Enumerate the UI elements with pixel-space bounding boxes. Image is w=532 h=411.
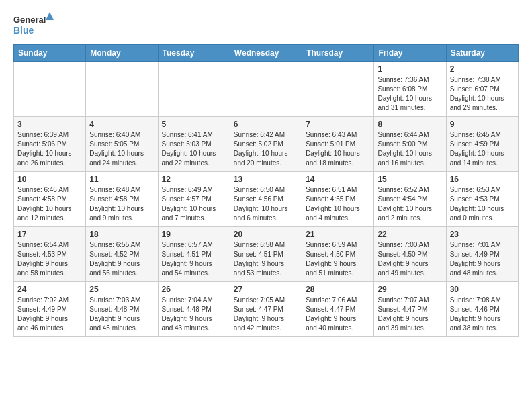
- calendar-week-row: 10Sunrise: 6:46 AM Sunset: 4:58 PM Dayli…: [14, 172, 519, 227]
- day-of-week-header: Wednesday: [230, 45, 302, 62]
- day-number: 10: [17, 175, 82, 184]
- cell-info: Sunrise: 6:41 AM Sunset: 5:03 PM Dayligh…: [162, 130, 226, 168]
- cell-info: Sunrise: 6:55 AM Sunset: 4:52 PM Dayligh…: [89, 240, 154, 278]
- cell-info: Sunrise: 7:01 AM Sunset: 4:49 PM Dayligh…: [450, 240, 515, 278]
- day-number: 11: [89, 175, 154, 184]
- day-header-row: SundayMondayTuesdayWednesdayThursdayFrid…: [14, 45, 519, 62]
- cell-info: Sunrise: 6:42 AM Sunset: 5:02 PM Dayligh…: [234, 130, 298, 168]
- cell-info: Sunrise: 6:39 AM Sunset: 5:06 PM Dayligh…: [17, 130, 82, 168]
- calendar-cell: [86, 62, 158, 117]
- cell-info: Sunrise: 6:45 AM Sunset: 4:59 PM Dayligh…: [450, 130, 515, 168]
- day-number: 14: [306, 175, 370, 184]
- cell-info: Sunrise: 7:03 AM Sunset: 4:48 PM Dayligh…: [89, 295, 154, 333]
- cell-info: Sunrise: 6:51 AM Sunset: 4:55 PM Dayligh…: [306, 185, 370, 223]
- calendar-cell: 23Sunrise: 7:01 AM Sunset: 4:49 PM Dayli…: [446, 227, 518, 282]
- cell-info: Sunrise: 7:06 AM Sunset: 4:47 PM Dayligh…: [306, 295, 370, 333]
- calendar-cell: 2Sunrise: 7:38 AM Sunset: 6:07 PM Daylig…: [446, 62, 518, 117]
- cell-info: Sunrise: 6:40 AM Sunset: 5:05 PM Dayligh…: [89, 130, 154, 168]
- day-number: 9: [450, 120, 515, 129]
- calendar-cell: 5Sunrise: 6:41 AM Sunset: 5:03 PM Daylig…: [158, 117, 230, 172]
- calendar-cell: [158, 62, 230, 117]
- header: General Blue: [13, 11, 519, 38]
- calendar-cell: 19Sunrise: 6:57 AM Sunset: 4:51 PM Dayli…: [158, 227, 230, 282]
- calendar-cell: [302, 62, 374, 117]
- calendar-cell: [14, 62, 86, 117]
- day-number: 4: [89, 120, 154, 129]
- cell-info: Sunrise: 6:53 AM Sunset: 4:53 PM Dayligh…: [450, 185, 515, 223]
- cell-info: Sunrise: 7:36 AM Sunset: 6:08 PM Dayligh…: [378, 75, 442, 113]
- cell-info: Sunrise: 6:49 AM Sunset: 4:57 PM Dayligh…: [162, 185, 226, 223]
- day-number: 6: [234, 120, 298, 129]
- calendar-week-row: 1Sunrise: 7:36 AM Sunset: 6:08 PM Daylig…: [14, 62, 519, 117]
- day-number: 13: [234, 175, 298, 184]
- day-number: 18: [89, 230, 154, 239]
- cell-info: Sunrise: 7:02 AM Sunset: 4:49 PM Dayligh…: [17, 295, 82, 333]
- calendar-cell: 13Sunrise: 6:50 AM Sunset: 4:56 PM Dayli…: [230, 172, 302, 227]
- calendar-cell: 18Sunrise: 6:55 AM Sunset: 4:52 PM Dayli…: [86, 227, 158, 282]
- day-number: 27: [234, 285, 298, 294]
- cell-info: Sunrise: 6:43 AM Sunset: 5:01 PM Dayligh…: [306, 130, 370, 168]
- calendar-body: 1Sunrise: 7:36 AM Sunset: 6:08 PM Daylig…: [14, 62, 519, 337]
- logo: General Blue: [13, 11, 54, 38]
- svg-text:General: General: [13, 15, 46, 25]
- day-of-week-header: Tuesday: [158, 45, 230, 62]
- cell-info: Sunrise: 6:59 AM Sunset: 4:50 PM Dayligh…: [306, 240, 370, 278]
- calendar-cell: 10Sunrise: 6:46 AM Sunset: 4:58 PM Dayli…: [14, 172, 86, 227]
- svg-text:Blue: Blue: [13, 25, 34, 36]
- calendar-cell: 11Sunrise: 6:48 AM Sunset: 4:58 PM Dayli…: [86, 172, 158, 227]
- day-number: 25: [89, 285, 154, 294]
- cell-info: Sunrise: 6:46 AM Sunset: 4:58 PM Dayligh…: [17, 185, 82, 223]
- day-number: 16: [450, 175, 515, 184]
- calendar-cell: [230, 62, 302, 117]
- cell-info: Sunrise: 7:38 AM Sunset: 6:07 PM Dayligh…: [450, 75, 515, 113]
- day-number: 28: [306, 285, 370, 294]
- calendar-week-row: 3Sunrise: 6:39 AM Sunset: 5:06 PM Daylig…: [14, 117, 519, 172]
- day-of-week-header: Thursday: [302, 45, 374, 62]
- cell-info: Sunrise: 6:50 AM Sunset: 4:56 PM Dayligh…: [234, 185, 298, 223]
- calendar-cell: 22Sunrise: 7:00 AM Sunset: 4:50 PM Dayli…: [374, 227, 446, 282]
- calendar-cell: 21Sunrise: 6:59 AM Sunset: 4:50 PM Dayli…: [302, 227, 374, 282]
- calendar-cell: 25Sunrise: 7:03 AM Sunset: 4:48 PM Dayli…: [86, 282, 158, 337]
- day-number: 22: [378, 230, 442, 239]
- day-number: 21: [306, 230, 370, 239]
- day-of-week-header: Monday: [86, 45, 158, 62]
- calendar-table: SundayMondayTuesdayWednesdayThursdayFrid…: [13, 44, 519, 337]
- calendar-cell: 8Sunrise: 6:44 AM Sunset: 5:00 PM Daylig…: [374, 117, 446, 172]
- day-number: 30: [450, 285, 515, 294]
- day-number: 23: [450, 230, 515, 239]
- day-number: 15: [378, 175, 442, 184]
- day-number: 7: [306, 120, 370, 129]
- cell-info: Sunrise: 7:07 AM Sunset: 4:47 PM Dayligh…: [378, 295, 442, 333]
- day-number: 8: [378, 120, 442, 129]
- day-number: 12: [162, 175, 226, 184]
- day-of-week-header: Sunday: [14, 45, 86, 62]
- calendar-cell: 7Sunrise: 6:43 AM Sunset: 5:01 PM Daylig…: [302, 117, 374, 172]
- day-number: 20: [234, 230, 298, 239]
- day-number: 5: [162, 120, 226, 129]
- calendar-cell: 6Sunrise: 6:42 AM Sunset: 5:02 PM Daylig…: [230, 117, 302, 172]
- calendar-cell: 14Sunrise: 6:51 AM Sunset: 4:55 PM Dayli…: [302, 172, 374, 227]
- calendar-header: SundayMondayTuesdayWednesdayThursdayFrid…: [14, 45, 519, 62]
- day-number: 29: [378, 285, 442, 294]
- day-of-week-header: Friday: [374, 45, 446, 62]
- calendar-cell: 26Sunrise: 7:04 AM Sunset: 4:48 PM Dayli…: [158, 282, 230, 337]
- cell-info: Sunrise: 6:48 AM Sunset: 4:58 PM Dayligh…: [89, 185, 154, 223]
- page: General Blue SundayMondayTuesdayWednesda…: [0, 0, 532, 348]
- calendar-cell: 17Sunrise: 6:54 AM Sunset: 4:53 PM Dayli…: [14, 227, 86, 282]
- cell-info: Sunrise: 7:05 AM Sunset: 4:47 PM Dayligh…: [234, 295, 298, 333]
- day-number: 1: [378, 64, 442, 74]
- calendar-cell: 24Sunrise: 7:02 AM Sunset: 4:49 PM Dayli…: [14, 282, 86, 337]
- calendar-cell: 28Sunrise: 7:06 AM Sunset: 4:47 PM Dayli…: [302, 282, 374, 337]
- calendar-cell: 27Sunrise: 7:05 AM Sunset: 4:47 PM Dayli…: [230, 282, 302, 337]
- day-number: 24: [17, 285, 82, 294]
- cell-info: Sunrise: 6:44 AM Sunset: 5:00 PM Dayligh…: [378, 130, 442, 168]
- cell-info: Sunrise: 7:04 AM Sunset: 4:48 PM Dayligh…: [162, 295, 226, 333]
- day-number: 3: [17, 120, 82, 129]
- logo-icon: General Blue: [13, 11, 54, 38]
- svg-marker-2: [46, 12, 54, 20]
- calendar-cell: 15Sunrise: 6:52 AM Sunset: 4:54 PM Dayli…: [374, 172, 446, 227]
- calendar-cell: 30Sunrise: 7:08 AM Sunset: 4:46 PM Dayli…: [446, 282, 518, 337]
- calendar-cell: 29Sunrise: 7:07 AM Sunset: 4:47 PM Dayli…: [374, 282, 446, 337]
- calendar-cell: 3Sunrise: 6:39 AM Sunset: 5:06 PM Daylig…: [14, 117, 86, 172]
- day-number: 19: [162, 230, 226, 239]
